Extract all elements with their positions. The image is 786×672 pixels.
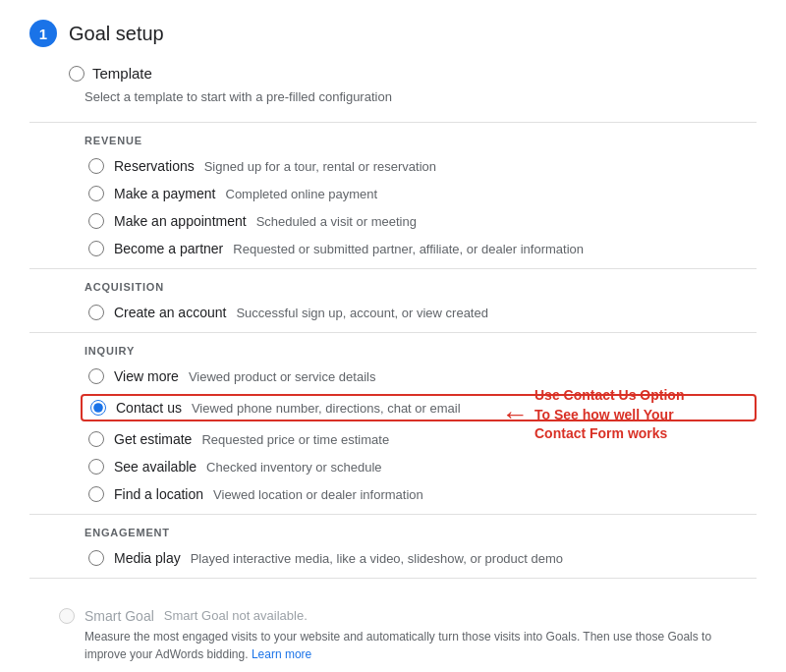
option-row-get-estimate: Get estimateRequested price or time esti… [84,429,757,449]
template-radio[interactable] [69,66,84,82]
option-row-reservations: ReservationsSigned up for a tour, rental… [84,156,757,176]
label-view-more[interactable]: View more [114,368,179,384]
radio-find-location[interactable] [88,486,104,502]
label-find-location[interactable]: Find a location [114,486,203,502]
template-label[interactable]: Template [92,65,152,82]
callout-arrow: ← [501,399,529,430]
option-row-view-more: View moreViewed product or service detai… [84,366,757,386]
desc-find-location: Viewed location or dealer information [213,487,423,502]
option-wrapper-see-available: See availableChecked inventory or schedu… [29,457,757,476]
desc-contact-us: Viewed phone number, directions, chat or… [192,401,461,416]
radio-make-payment[interactable] [88,186,104,201]
radio-reservations[interactable] [88,158,104,174]
option-row-make-appointment: Make an appointmentScheduled a visit or … [84,211,757,231]
label-media-play[interactable]: Media play [114,550,181,566]
label-see-available[interactable]: See available [114,459,196,475]
option-wrapper-make-payment: Make a paymentCompleted online payment [29,184,757,203]
learn-more-link[interactable]: Learn more [252,647,311,661]
desc-create-account: Successful sign up, account, or view cre… [236,306,488,320]
step-header: 1 Goal setup [29,20,757,47]
label-get-estimate[interactable]: Get estimate [114,431,192,447]
option-row-make-payment: Make a paymentCompleted online payment [84,184,757,203]
label-contact-us[interactable]: Contact us [116,400,182,416]
category-acquisition: ACQUISITIONCreate an accountSuccessful s… [29,268,757,322]
radio-see-available[interactable] [88,459,104,475]
desc-become-partner: Requested or submitted partner, affiliat… [233,242,584,256]
radio-create-account[interactable] [88,305,104,320]
desc-make-appointment: Scheduled a visit or meeting [256,214,417,229]
label-make-appointment[interactable]: Make an appointment [114,213,247,229]
option-wrapper-view-more: View moreViewed product or service detai… [29,366,757,386]
label-create-account[interactable]: Create an account [114,305,226,320]
smart-goal-section: Smart Goal Smart Goal not available. Mea… [29,578,757,663]
option-row-create-account: Create an accountSuccessful sign up, acc… [84,303,757,322]
option-wrapper-reservations: ReservationsSigned up for a tour, rental… [29,156,757,176]
category-label-inquiry: INQUIRY [84,345,757,357]
label-become-partner[interactable]: Become a partner [114,241,223,256]
option-wrapper-create-account: Create an accountSuccessful sign up, acc… [29,303,757,322]
desc-reservations: Signed up for a tour, rental or reservat… [204,159,436,174]
option-row-become-partner: Become a partnerRequested or submitted p… [84,239,757,258]
option-row-find-location: Find a locationViewed location or dealer… [84,484,757,504]
template-description: Select a template to start with a pre-fi… [84,89,757,104]
option-wrapper-make-appointment: Make an appointmentScheduled a visit or … [29,211,757,231]
categories-container: REVENUEReservationsSigned up for a tour,… [29,122,757,568]
category-label-engagement: ENGAGEMENT [84,527,757,538]
smart-goal-description: Measure the most engaged visits to your … [84,628,757,663]
radio-media-play[interactable] [88,550,104,566]
desc-see-available: Checked inventory or schedule [206,460,382,475]
desc-media-play: Played interactive media, like a video, … [191,551,563,566]
desc-get-estimate: Requested price or time estimate [201,432,389,447]
desc-view-more: Viewed product or service details [189,369,376,384]
radio-become-partner[interactable] [88,241,104,256]
radio-view-more[interactable] [88,368,104,384]
radio-get-estimate[interactable] [88,431,104,447]
label-make-payment[interactable]: Make a payment [114,186,216,201]
desc-make-payment: Completed online payment [226,187,378,201]
option-row-see-available: See availableChecked inventory or schedu… [84,457,757,476]
category-engagement: ENGAGEMENTMedia playPlayed interactive m… [29,514,757,568]
category-label-revenue: REVENUE [84,135,757,146]
step-title: Goal setup [69,23,164,45]
smart-goal-row: Smart Goal Smart Goal not available. [59,608,757,624]
category-inquiry: INQUIRYView moreViewed product or servic… [29,332,757,504]
option-wrapper-contact-us: Contact usViewed phone number, direction… [29,394,757,421]
template-option-row: Template [69,65,757,82]
label-reservations[interactable]: Reservations [114,158,195,174]
category-revenue: REVENUEReservationsSigned up for a tour,… [29,122,757,258]
smart-goal-radio[interactable] [59,608,75,624]
category-label-acquisition: ACQUISITION [84,281,757,293]
step-number: 1 [29,20,57,47]
option-wrapper-media-play: Media playPlayed interactive media, like… [29,548,757,568]
option-wrapper-get-estimate: Get estimateRequested price or time esti… [29,429,757,449]
smart-goal-not-available: Smart Goal not available. [164,608,308,623]
option-row-media-play: Media playPlayed interactive media, like… [84,548,757,568]
option-wrapper-find-location: Find a locationViewed location or dealer… [29,484,757,504]
radio-contact-us[interactable] [90,400,106,416]
radio-make-appointment[interactable] [88,213,104,229]
option-wrapper-become-partner: Become a partnerRequested or submitted p… [29,239,757,258]
smart-goal-label: Smart Goal [84,608,154,624]
